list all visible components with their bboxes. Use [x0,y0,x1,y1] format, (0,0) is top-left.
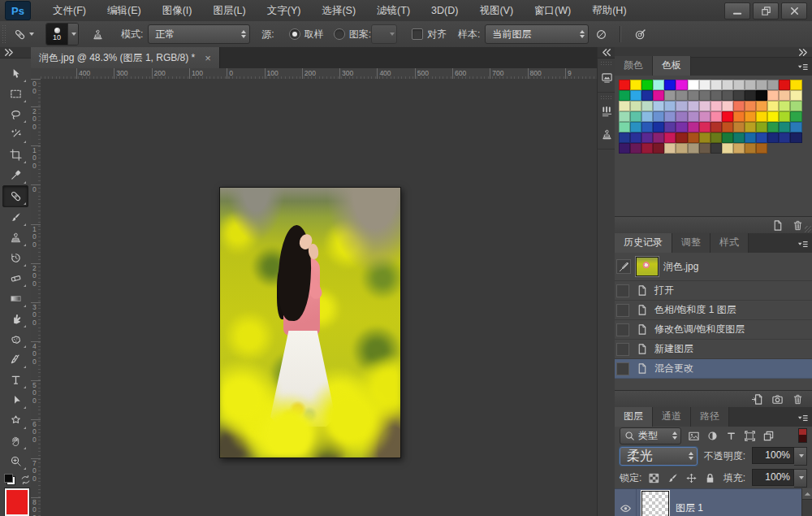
lock-position-button[interactable] [685,472,698,484]
tab-paths[interactable]: 路径 [691,407,729,427]
color-swatch[interactable] [641,101,653,111]
history-brush-source[interactable] [616,323,629,336]
dock-expand-button[interactable] [598,47,615,59]
color-swatch[interactable] [664,80,676,90]
color-swatch[interactable] [676,143,687,154]
delete-state-button[interactable] [792,393,804,405]
tool-type[interactable] [3,370,28,390]
color-swatch[interactable] [756,101,767,111]
color-swatch[interactable] [619,132,630,143]
tool-eyedropper[interactable] [3,165,28,185]
color-swatch[interactable] [664,101,676,111]
tool-wand[interactable] [3,124,28,145]
color-swatch[interactable] [779,122,790,132]
menu-item-8[interactable]: 视图(V) [469,0,524,21]
color-swatch[interactable] [630,90,641,101]
history-snapshot[interactable]: 润色.jpg [615,253,812,281]
color-swatch[interactable] [733,101,745,111]
color-swatch[interactable] [619,143,630,154]
history-brush-source[interactable] [616,343,629,356]
layer-thumbnail[interactable] [641,491,669,516]
color-swatch[interactable] [664,132,676,143]
layer-visibility-toggle[interactable] [615,489,637,516]
color-swatch[interactable] [745,143,756,154]
color-swatch[interactable] [710,111,722,122]
mini-bridge-button[interactable] [598,66,615,89]
menu-item-4[interactable]: 文字(Y) [257,0,312,21]
color-swatch[interactable] [653,132,664,143]
color-swatch[interactable] [790,101,801,111]
color-swatch[interactable] [619,122,630,132]
history-brush-source[interactable] [616,362,629,375]
layers-scrollbar[interactable] [801,488,812,516]
filter-shape-button[interactable] [744,430,756,442]
close-button[interactable] [781,2,807,20]
color-swatch[interactable] [767,80,779,90]
tool-hand[interactable] [3,431,28,451]
filter-smart-button[interactable] [762,430,775,442]
color-swatch[interactable] [619,90,630,101]
history-brush-source[interactable] [616,284,629,297]
tab-close-icon[interactable]: × [205,52,211,64]
color-swatch[interactable] [745,101,756,111]
tool-eraser[interactable] [3,268,28,288]
color-swatch[interactable] [745,80,756,90]
tool-brush[interactable] [3,207,28,228]
color-swatch[interactable] [653,111,664,122]
color-swatch[interactable] [767,132,779,143]
menu-item-2[interactable]: 图像(I) [152,0,203,21]
color-swatch[interactable] [722,101,733,111]
menu-item-3[interactable]: 图层(L) [202,0,256,21]
default-colors-icon[interactable] [4,474,15,485]
color-swatch[interactable] [641,122,653,132]
color-swatch[interactable] [710,132,722,143]
color-swatch[interactable] [779,111,790,122]
color-swatch[interactable] [699,143,710,154]
color-swatch[interactable] [699,111,710,122]
minimize-button[interactable] [724,2,750,20]
menu-item-0[interactable]: 文件(F) [42,0,97,21]
tool-pen[interactable] [3,349,28,370]
filter-toggle[interactable] [798,428,807,443]
color-swatch[interactable] [756,143,767,154]
color-swatch[interactable] [722,143,733,154]
color-swatch[interactable] [722,80,733,90]
color-swatch[interactable] [641,90,653,101]
history-item-0[interactable]: 打开 [615,281,812,301]
color-swatch[interactable] [779,132,790,143]
tool-lasso[interactable] [3,104,28,124]
panel-menu-icon[interactable] [797,412,809,424]
restore-button[interactable] [753,2,779,20]
history-item-2[interactable]: 修改色调/饱和度图层 [615,320,812,340]
tool-preset-button[interactable] [11,27,37,42]
tab-swatches[interactable]: 色板 [653,56,691,76]
delete-swatch-button[interactable] [792,219,804,232]
color-swatch[interactable] [630,122,641,132]
brush-picker-arrow[interactable] [67,24,78,45]
new-snapshot-button[interactable] [771,393,784,405]
color-swatch[interactable] [699,80,710,90]
menu-item-5[interactable]: 选择(S) [311,0,366,21]
color-swatch[interactable] [619,101,630,111]
color-swatch[interactable] [630,132,641,143]
canvas-area[interactable] [41,79,597,516]
color-swatch[interactable] [619,111,630,122]
sample-radio[interactable]: 取样 [289,28,324,41]
color-swatch[interactable] [699,101,710,111]
color-swatch[interactable] [756,90,767,101]
tool-path-select[interactable] [3,390,28,410]
history-item-1[interactable]: 色相/饱和度 1 图层 [615,301,812,320]
color-swatch[interactable] [779,90,790,101]
lock-all-button[interactable] [704,472,716,484]
color-swatch[interactable] [756,122,767,132]
blend-mode-select[interactable]: 柔光 [620,447,698,466]
color-swatch[interactable] [676,90,687,101]
tool-move[interactable] [3,63,28,84]
color-swatch[interactable] [790,111,801,122]
color-swatch[interactable] [722,111,733,122]
color-swatch[interactable] [790,90,801,101]
tab-adjustments[interactable]: 调整 [672,233,710,253]
color-swatch[interactable] [688,143,699,154]
menu-item-9[interactable]: 窗口(W) [524,0,581,21]
color-swatch[interactable] [688,101,699,111]
